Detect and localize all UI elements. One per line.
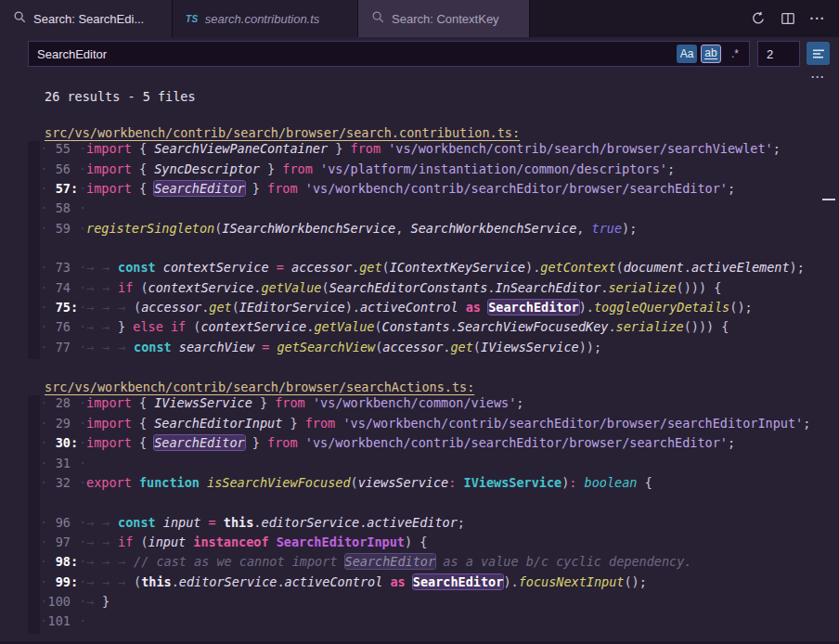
blank-line: [28, 495, 839, 514]
result-line[interactable]: ·29·import { SearchEditorInput } from 'v…: [28, 416, 839, 435]
results-summary: 26 results - 5 files: [28, 89, 196, 104]
result-line[interactable]: ·77·→→→const searchView = getSearchView(…: [28, 340, 839, 359]
blank-line: [28, 240, 839, 260]
typescript-file-icon: TS: [186, 14, 199, 24]
blank-line: [28, 105, 839, 124]
search-widget: Aa ab .* ···: [0, 37, 839, 88]
refresh-button[interactable]: [746, 6, 770, 31]
search-input[interactable]: [29, 47, 677, 61]
whole-word-button[interactable]: ab: [701, 45, 721, 63]
result-line[interactable]: ·76·→→} else if (contextService.getValue…: [28, 319, 839, 339]
list-lines-icon: [811, 46, 826, 61]
ellipsis-icon: ···: [810, 14, 826, 23]
result-line[interactable]: ·30:·import { SearchEditor } from 'vs/wo…: [28, 435, 839, 455]
result-line[interactable]: ·58·: [28, 200, 839, 220]
tab-bar: Search: SearchEdi... TS search.contribut…: [0, 0, 839, 37]
regex-button[interactable]: .*: [725, 45, 745, 63]
tab-label: Search: SearchEdi...: [33, 12, 144, 26]
editor-actions: ···: [746, 0, 830, 37]
editor-content: 26 results - 5 filessrc/vs/workbench/con…: [0, 88, 839, 634]
search-options: Aa ab .*: [677, 45, 749, 63]
search-editor-window: Search: SearchEdi... TS search.contribut…: [0, 0, 839, 644]
result-line[interactable]: ·101·: [28, 613, 839, 633]
split-editor-icon[interactable]: [776, 6, 800, 31]
result-line[interactable]: ·75:·→→→(accessor.get(IEditorService).ac…: [28, 300, 839, 319]
result-line[interactable]: ·28·import { IViewsService } from 'vs/wo…: [28, 395, 839, 415]
search-icon: [13, 10, 27, 27]
result-line[interactable]: ·32·export function isSearchViewFocused(…: [28, 475, 839, 495]
more-actions-button[interactable]: ···: [806, 6, 830, 31]
whole-word-icon: ab: [704, 48, 716, 59]
search-icon: [371, 10, 385, 27]
search-more-button[interactable]: ···: [807, 71, 830, 84]
overview-ruler-marker: [822, 199, 835, 200]
result-line[interactable]: ·57:·import { SearchEditor } from 'vs/wo…: [28, 181, 839, 200]
file-heading[interactable]: src/vs/workbench/contrib/search/browser/…: [28, 125, 520, 140]
tab-search-contribution-ts[interactable]: TS search.contribution.ts: [173, 0, 358, 37]
result-line[interactable]: ·31·: [28, 456, 839, 475]
result-line[interactable]: ·100·→}: [28, 594, 839, 613]
result-line[interactable]: ·55·import { SearchViewPaneContainer } f…: [28, 141, 839, 161]
tab-search-searcheditor[interactable]: Search: SearchEdi...: [0, 0, 173, 37]
tab-label: search.contribution.ts: [205, 12, 320, 26]
blank-line: [28, 359, 839, 379]
file-heading[interactable]: src/vs/workbench/contrib/search/browser/…: [28, 380, 474, 394]
result-line[interactable]: ·96·→→const input = this.editorService.a…: [28, 515, 839, 535]
result-line[interactable]: ·56·import { SyncDescriptor } from 'vs/p…: [28, 161, 839, 181]
result-line[interactable]: ·73·→→const contextService = accessor.ge…: [28, 260, 839, 279]
context-lines-input[interactable]: [757, 41, 800, 67]
tab-label: Search: ContextKey: [392, 12, 499, 26]
tab-search-contextkey[interactable]: Search: ContextKey: [358, 0, 530, 37]
search-query-box: Aa ab .*: [28, 41, 750, 67]
result-line[interactable]: ·98:·→→→// cast as we cannot import Sear…: [28, 554, 839, 573]
result-line[interactable]: ·74·→→if (contextService.getValue(Search…: [28, 280, 839, 300]
match-case-button[interactable]: Aa: [677, 45, 697, 63]
result-line[interactable]: ·59·registerSingleton(ISearchWorkbenchSe…: [28, 221, 839, 240]
result-line[interactable]: ·97·→→if (input instanceof SearchEditorI…: [28, 535, 839, 554]
result-line[interactable]: ·99:·→→→(this.editorService.activeContro…: [28, 574, 839, 594]
toggle-search-details-button[interactable]: [807, 42, 830, 65]
